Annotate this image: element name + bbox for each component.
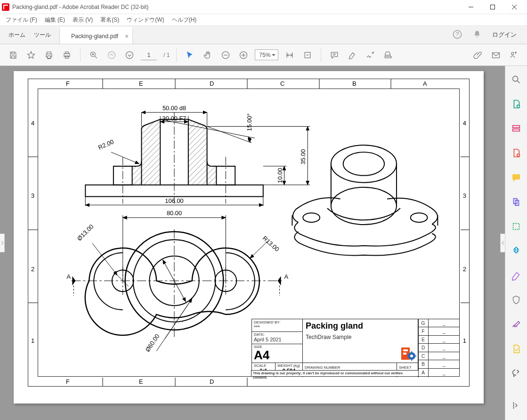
zoom-combo[interactable]: 75% xyxy=(255,49,278,60)
page-number-input[interactable] xyxy=(141,50,157,60)
organize-icon[interactable] xyxy=(510,220,522,233)
search-icon[interactable] xyxy=(510,73,522,86)
zoom-tool-icon[interactable] xyxy=(87,48,100,62)
tab-tools[interactable]: ツール xyxy=(34,31,51,39)
comment-panel-icon[interactable] xyxy=(510,171,522,184)
document-tab-label: Packing-gland.pdf xyxy=(71,33,118,40)
collapse-panel-icon[interactable] xyxy=(510,399,522,412)
svg-point-14 xyxy=(126,51,133,58)
pdf-page: 50.00 d8 30.00 F7 R2.00 xyxy=(14,71,484,404)
close-tab-icon[interactable]: × xyxy=(125,32,129,40)
comment-icon[interactable] xyxy=(328,48,341,62)
sign-icon[interactable] xyxy=(364,48,377,62)
svg-point-108 xyxy=(513,76,518,81)
toolbar: / 1 75% xyxy=(0,44,527,66)
page-up-icon[interactable] xyxy=(105,48,118,62)
menu-file[interactable]: ファイル (F) xyxy=(3,15,40,25)
svg-text:?: ? xyxy=(456,31,459,38)
menu-sign[interactable]: 署名(S) xyxy=(97,15,122,25)
drawing-frame: 50.00 d8 30.00 F7 R2.00 xyxy=(28,79,470,387)
menu-window[interactable]: ウィンドウ(W) xyxy=(124,15,167,25)
zoom-value: 75% xyxy=(259,52,270,58)
star-icon[interactable] xyxy=(24,48,38,62)
svg-rect-1 xyxy=(491,5,495,9)
window-titlebar: Packing-gland.pdf - Adobe Acrobat Reader… xyxy=(0,0,527,14)
svg-rect-114 xyxy=(513,224,519,230)
svg-rect-23 xyxy=(493,53,500,58)
menu-help[interactable]: ヘルプ(H) xyxy=(169,15,200,25)
tools-pane-toggle[interactable] xyxy=(500,234,505,252)
export-pdf-icon[interactable] xyxy=(510,98,522,110)
email-icon[interactable] xyxy=(489,48,503,62)
help-icon[interactable]: ? xyxy=(453,30,462,40)
bell-icon[interactable] xyxy=(472,30,482,40)
close-button[interactable] xyxy=(503,0,525,14)
menu-view[interactable]: 表示 (V) xyxy=(70,15,96,25)
nav-pane-toggle[interactable] xyxy=(0,234,5,252)
page-total-label: / 1 xyxy=(163,52,170,58)
document-tab[interactable]: Packing-gland.pdf × xyxy=(59,27,133,44)
combine-icon[interactable] xyxy=(510,196,522,208)
page-down-icon[interactable] xyxy=(123,48,136,62)
svg-point-24 xyxy=(511,52,514,55)
tab-bar: ホーム ツール Packing-gland.pdf × ? ログイン xyxy=(0,25,527,44)
login-link[interactable]: ログイン xyxy=(492,31,517,39)
right-tool-panel xyxy=(505,66,527,420)
window-title: Packing-gland.pdf - Adobe Acrobat Reader… xyxy=(12,4,460,10)
svg-rect-111 xyxy=(513,126,520,128)
content-area: 50.00 d8 30.00 F7 R2.00 xyxy=(0,66,527,420)
request-sign-icon[interactable] xyxy=(510,343,522,355)
select-tool-icon[interactable] xyxy=(183,48,196,62)
highlight-icon[interactable] xyxy=(346,48,359,62)
save-icon[interactable] xyxy=(7,48,20,62)
menu-edit[interactable]: 編集 (E) xyxy=(42,15,68,25)
edit-pdf-icon[interactable] xyxy=(510,122,522,135)
stamp-icon[interactable] xyxy=(381,48,395,62)
svg-line-10 xyxy=(95,56,97,58)
svg-rect-8 xyxy=(65,56,69,58)
menu-bar: ファイル (F) 編集 (E) 表示 (V) 署名(S) ウィンドウ(W) ヘル… xyxy=(0,14,527,25)
compress-icon[interactable] xyxy=(510,245,522,257)
create-pdf-icon[interactable] xyxy=(510,147,522,159)
maximize-button[interactable] xyxy=(482,0,503,14)
minimize-button[interactable] xyxy=(460,0,482,14)
more-tools-icon[interactable] xyxy=(510,367,522,380)
zoom-out-icon[interactable] xyxy=(219,48,232,62)
redact-icon[interactable] xyxy=(510,269,522,282)
hand-tool-icon[interactable] xyxy=(201,48,214,62)
svg-rect-112 xyxy=(513,129,520,131)
protect-icon[interactable] xyxy=(510,294,522,306)
svg-rect-7 xyxy=(65,52,69,53)
fit-width-icon[interactable] xyxy=(283,48,296,62)
fill-sign-icon[interactable] xyxy=(510,318,522,331)
zoom-in-icon[interactable] xyxy=(237,48,250,62)
fit-page-icon[interactable] xyxy=(301,48,314,62)
svg-point-13 xyxy=(108,51,115,58)
document-viewer[interactable]: 50.00 d8 30.00 F7 R2.00 xyxy=(0,66,505,420)
printer-icon[interactable] xyxy=(60,48,73,62)
attachment-icon[interactable] xyxy=(471,48,485,62)
print-icon[interactable] xyxy=(42,48,56,62)
share-icon[interactable] xyxy=(507,48,520,62)
tab-home[interactable]: ホーム xyxy=(8,31,25,39)
app-icon xyxy=(2,3,9,11)
svg-line-109 xyxy=(518,81,520,83)
svg-rect-6 xyxy=(64,53,70,57)
